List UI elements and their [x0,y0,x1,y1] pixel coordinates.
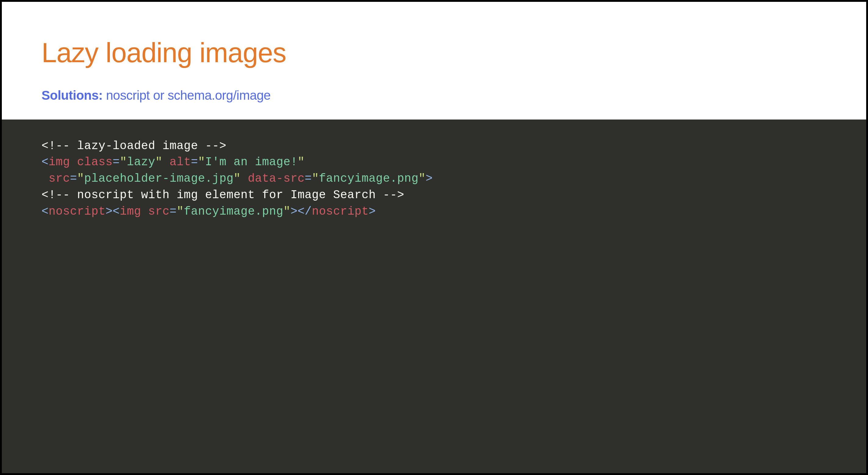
code-quote: " [418,172,426,185]
code-bracket: > [426,172,433,185]
code-value: lazy [127,156,155,169]
code-quote: " [198,156,205,169]
code-quote: " [155,156,162,169]
code-bracket: > [290,205,298,218]
code-quote: " [283,205,290,218]
code-value: I'm an image! [205,156,298,169]
code-attr: class [77,156,113,169]
code-quote: " [120,156,127,169]
code-comment-2: <!-- noscript with img element for Image… [41,189,404,202]
code-eq: = [170,205,177,218]
code-comment-1: <!-- lazy-loaded image --> [41,139,226,152]
code-quote: " [77,172,84,185]
code-quote: " [298,156,305,169]
code-value: fancyimage.png [319,172,418,185]
code-bracket: </ [298,205,312,218]
code-bracket: < [41,205,49,218]
code-space [141,205,148,218]
code-eq: = [191,156,198,169]
code-bracket: > [105,205,113,218]
code-quote: " [177,205,184,218]
code-value: placeholder-image.jpg [84,172,234,185]
code-eq: = [305,172,312,185]
slide: Lazy loading images Solutions: noscript … [0,0,868,475]
code-attr: data-src [248,172,305,185]
code-attr: alt [170,156,191,169]
code-attr: src [49,172,70,185]
code-eq: = [113,156,120,169]
code-bracket: < [41,156,49,169]
subtitle-label: Solutions: [41,88,102,102]
code-bracket: > [369,205,376,218]
code-bracket: < [113,205,120,218]
code-space [70,156,77,169]
code-eq: = [70,172,77,185]
code-quote: " [312,172,319,185]
code-tag: img [120,205,141,218]
code-attr: src [148,205,170,218]
code-tag: noscript [49,205,105,218]
code-space [241,172,248,185]
code-tag: noscript [312,205,369,218]
code-space [162,156,169,169]
code-value: fancyimage.png [184,205,283,218]
slide-subtitle: Solutions: noscript or schema.org/image [41,88,827,103]
slide-title: Lazy loading images [41,38,827,67]
code-block: <!-- lazy-loaded image --> <img class="l… [2,120,866,473]
code-quote: " [234,172,241,185]
subtitle-text: noscript or schema.org/image [102,88,271,102]
code-tag: img [49,156,70,169]
code-space [41,172,49,185]
slide-header: Lazy loading images Solutions: noscript … [2,2,866,120]
